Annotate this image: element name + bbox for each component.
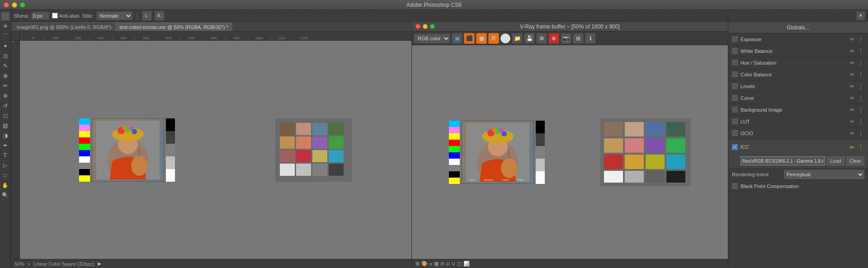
dots-white-balance[interactable]: ⋮ (857, 47, 864, 55)
gradient-tool[interactable]: ▧ (1, 121, 10, 130)
vray-min-btn[interactable] (423, 24, 428, 29)
vray-btn-orange-3[interactable]: R (488, 33, 499, 44)
checkbox-exposure[interactable] (732, 36, 738, 42)
vray-icon-5[interactable]: ⊟ (440, 261, 444, 267)
vray-btn-circle[interactable] (500, 33, 510, 43)
dodge-tool[interactable]: ◑ (1, 131, 10, 140)
expand-levels[interactable]: ≫ (848, 83, 855, 90)
brush-tool[interactable]: ✏ (1, 81, 10, 90)
vray-icon-2[interactable]: 🎨 (421, 261, 428, 267)
magic-wand-tool[interactable]: ✦ (1, 42, 10, 51)
checkbox-lut[interactable] (732, 118, 738, 124)
heal-tool[interactable]: ⊕ (1, 71, 10, 80)
expand-exposure[interactable]: ≫ (848, 36, 855, 43)
svg-rect-54 (646, 155, 665, 169)
dots-levels[interactable]: ⋮ (857, 83, 864, 90)
tab-image001[interactable]: image001.png @ 600% (Livello 0, RGB/8*) (13, 22, 115, 31)
dots-curve[interactable]: ⋮ (857, 94, 864, 102)
type-tool[interactable]: T (1, 151, 10, 160)
svg-rect-44 (604, 122, 623, 136)
maximize-button[interactable] (20, 2, 25, 8)
vray-window-controls[interactable] (415, 24, 435, 29)
icc-clear-btn[interactable]: Clear (846, 156, 864, 165)
vray-icon-1[interactable]: ⊞ (415, 261, 420, 267)
checkbox-icc[interactable]: ✓ (732, 144, 738, 150)
tab-test-colori[interactable]: test-colori-ocman.exr @ 50% (RGBA, RGB/3… (115, 22, 232, 31)
vray-icon-7[interactable]: V (452, 261, 455, 267)
vray-btn-color[interactable]: ▣ (452, 33, 462, 44)
checkbox-hue-saturation[interactable] (732, 60, 738, 66)
antialias-check[interactable] (52, 13, 58, 19)
eyedropper-tool[interactable]: ✎ (1, 61, 10, 71)
dots-hue-saturation[interactable]: ⋮ (857, 59, 864, 66)
right-panel: ▾ Globals... Exposure ≫ ⋮ White Balance (728, 10, 868, 268)
stamp-tool[interactable]: ⊛ (1, 91, 10, 100)
expand-color-balance[interactable]: ≫ (848, 71, 855, 78)
icc-load-btn[interactable]: Load (827, 156, 844, 165)
checkbox-ocio[interactable] (732, 130, 738, 136)
vray-btn-config[interactable]: ⚙ (536, 33, 547, 44)
vray-btn-orange-1[interactable]: ⬛ (464, 33, 475, 44)
vray-icon-3[interactable]: ≡ (429, 261, 432, 267)
eraser-tool[interactable]: ◻ (1, 111, 10, 120)
panel-menu-btn[interactable]: ▾ (856, 11, 865, 20)
checkbox-levels[interactable] (732, 83, 738, 89)
vray-icon-8[interactable]: ◫ (457, 261, 462, 267)
stile-select[interactable]: Normale (96, 11, 132, 20)
antialias-checkbox[interactable]: Anti-alias (52, 13, 80, 19)
lasso-tool[interactable]: ⌒ (1, 32, 10, 41)
expand-background-image[interactable]: ≫ (848, 106, 855, 113)
expand-lut[interactable]: ≫ (848, 118, 855, 125)
color-bar-right-1 (166, 118, 175, 182)
sfuma-input[interactable] (31, 12, 49, 20)
rendering-intent-select[interactable]: Perceptual (784, 170, 864, 179)
vray-close-btn[interactable] (415, 24, 420, 29)
dots-exposure[interactable]: ⋮ (857, 36, 864, 43)
mask-btn[interactable]: A: (155, 11, 165, 21)
vray-btn-grid[interactable]: ⊞ (573, 33, 584, 44)
vray-btn-info[interactable]: ℹ (585, 33, 596, 44)
dots-background-image[interactable]: ⋮ (857, 106, 864, 113)
vray-icon-6[interactable]: H (446, 261, 450, 267)
icc-file-input[interactable] (741, 156, 825, 165)
checkbox-white-balance[interactable] (732, 48, 738, 54)
pen-tool[interactable]: ✒ (1, 141, 10, 150)
expand-curve[interactable]: ≫ (848, 94, 855, 102)
vray-btn-save[interactable]: 💾 (524, 33, 535, 44)
vray-max-btn[interactable] (430, 24, 435, 29)
expand-ocio[interactable]: ≫ (848, 130, 855, 137)
checkbox-background-image[interactable] (732, 107, 738, 113)
svg-rect-23 (329, 150, 344, 162)
checkbox-color-balance[interactable] (732, 71, 738, 77)
path-tool[interactable]: ▷ (1, 161, 10, 170)
channel-select[interactable]: RGB color (414, 33, 450, 43)
vray-btn-camera[interactable]: 📷 (561, 33, 571, 44)
move-tool[interactable]: ✛ (1, 22, 10, 31)
window-controls[interactable] (4, 2, 25, 8)
selection-tool[interactable]: ⬚ (1, 12, 10, 21)
close-button[interactable] (4, 2, 9, 8)
vray-btn-orange-2[interactable]: ▦ (476, 33, 487, 44)
checkbox-black-point[interactable] (732, 183, 738, 189)
minimize-button[interactable] (12, 2, 17, 8)
zoom-tool[interactable]: 🔍 (1, 191, 10, 200)
ruler-corner (11, 32, 20, 41)
vray-btn-folder[interactable]: 📁 (512, 33, 523, 44)
expand-white-balance[interactable]: ≫ (848, 47, 855, 55)
vray-btn-stop[interactable]: ⊗ (548, 33, 559, 44)
history-tool[interactable]: ↺ (1, 101, 10, 110)
refine-edge-btn[interactable]: L: (142, 11, 152, 21)
expand-icc[interactable]: ≫ (848, 143, 855, 150)
dots-lut[interactable]: ⋮ (857, 118, 864, 125)
vray-icon-4[interactable]: ▦ (434, 261, 439, 267)
vray-icon-9[interactable]: 📊 (463, 261, 470, 267)
crop-tool[interactable]: ⊡ (1, 52, 10, 61)
expand-hue-saturation[interactable]: ≫ (848, 59, 855, 66)
dots-color-balance[interactable]: ⋮ (857, 71, 864, 78)
image-group-1 (79, 118, 175, 182)
hand-tool[interactable]: ✋ (1, 181, 10, 190)
dots-icc[interactable]: ⋮ (857, 143, 864, 150)
dots-ocio[interactable]: ⋮ (857, 130, 864, 137)
checkbox-curve[interactable] (732, 95, 738, 101)
shape-tool[interactable]: □ (1, 171, 10, 180)
